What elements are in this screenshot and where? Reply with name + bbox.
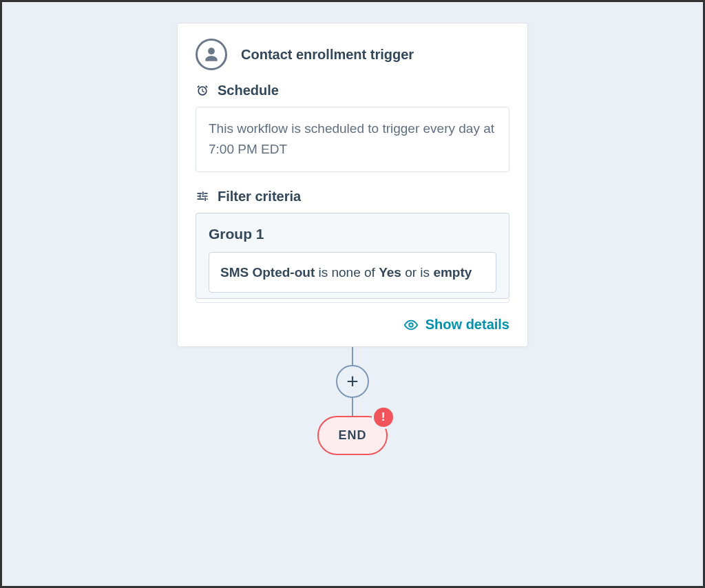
- filter-label-row: Filter criteria: [196, 189, 509, 204]
- connector-line: [352, 347, 353, 365]
- exclamation-icon: !: [381, 410, 386, 424]
- schedule-description: This workflow is scheduled to trigger ev…: [196, 107, 509, 172]
- trigger-card[interactable]: Contact enrollment trigger Schedule This…: [177, 23, 528, 347]
- schedule-label-row: Schedule: [196, 83, 509, 98]
- eye-icon: [403, 317, 419, 333]
- filter-label: Filter criteria: [218, 189, 301, 204]
- add-step-button[interactable]: +: [336, 365, 369, 398]
- contact-icon: [196, 39, 227, 70]
- show-details-label: Show details: [425, 317, 509, 333]
- filter-section: Filter criteria Group 1 SMS Opted-out is…: [178, 189, 527, 299]
- trigger-card-title: Contact enrollment trigger: [241, 47, 414, 63]
- filter-criteria-text: SMS Opted-out is none of Yes or is empty: [220, 265, 472, 280]
- truncated-content-indicator: [196, 299, 509, 303]
- end-node-wrap: END !: [317, 416, 387, 455]
- trigger-card-header: Contact enrollment trigger: [178, 23, 527, 83]
- schedule-section: Schedule This workflow is scheduled to t…: [178, 83, 527, 189]
- alert-badge[interactable]: !: [374, 408, 393, 427]
- sliders-icon: [196, 189, 209, 203]
- end-label: END: [338, 428, 366, 442]
- svg-point-0: [409, 323, 413, 327]
- clock-icon: [196, 84, 209, 98]
- workflow-canvas: Contact enrollment trigger Schedule This…: [2, 2, 703, 586]
- filter-group[interactable]: Group 1 SMS Opted-out is none of Yes or …: [196, 213, 509, 299]
- show-details-button[interactable]: Show details: [403, 317, 509, 333]
- trigger-card-footer: Show details: [178, 307, 527, 346]
- filter-criteria-item[interactable]: SMS Opted-out is none of Yes or is empty: [209, 252, 496, 293]
- filter-group-title: Group 1: [209, 226, 496, 242]
- connector-line: [352, 398, 353, 416]
- schedule-label: Schedule: [218, 83, 279, 98]
- plus-icon: +: [346, 371, 359, 392]
